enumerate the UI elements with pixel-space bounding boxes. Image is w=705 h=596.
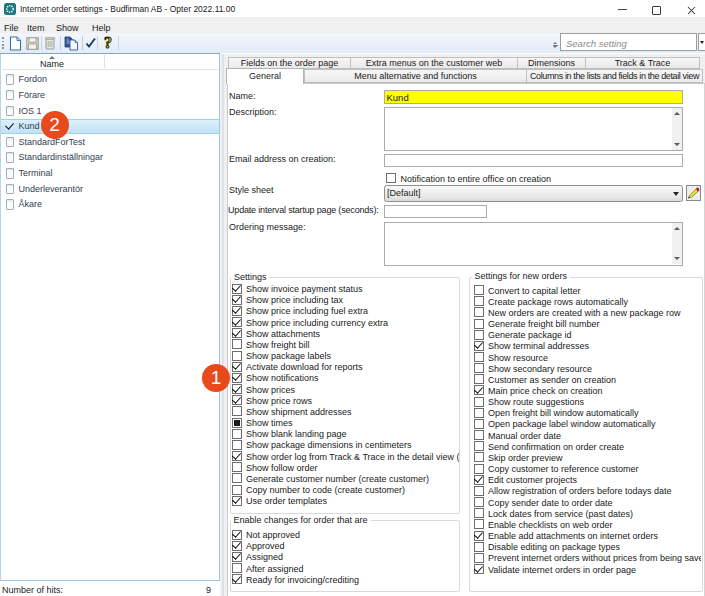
svg-text:?: ? xyxy=(104,35,112,51)
